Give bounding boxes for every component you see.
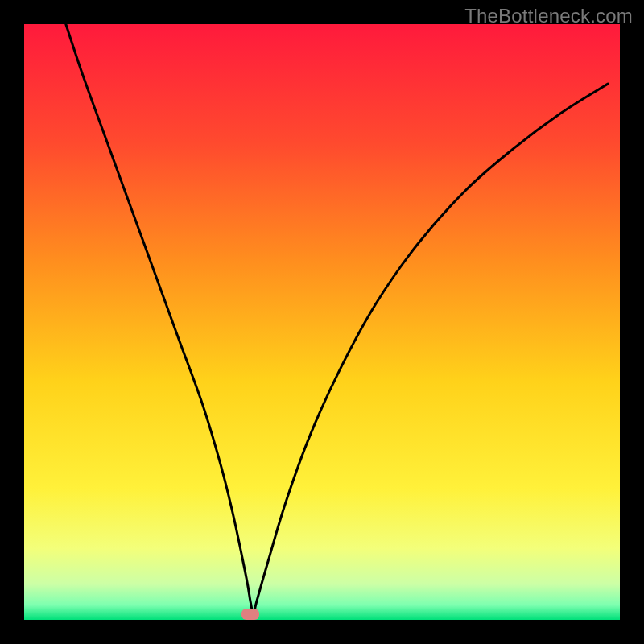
optimal-marker bbox=[242, 609, 259, 620]
watermark-text: TheBottleneck.com bbox=[464, 5, 633, 27]
plot-area bbox=[24, 24, 620, 620]
chart-frame: TheBottleneck.com bbox=[0, 0, 644, 644]
bottleneck-curve bbox=[24, 24, 620, 620]
